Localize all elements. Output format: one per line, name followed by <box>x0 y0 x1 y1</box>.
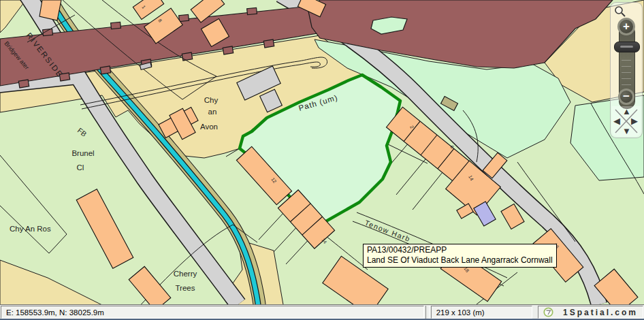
pan-down-arrow-icon[interactable]: ▼ <box>622 127 631 135</box>
zoom-out-button[interactable]: − <box>618 89 634 105</box>
cursor-coordinates: E: 158553.9m, N: 38025.9m <box>1 306 424 319</box>
feature-tooltip: PA13/00432/PREAPP Land SE Of Viaduct Bac… <box>363 244 557 268</box>
brand-area[interactable]: 1Spatial.com <box>538 306 643 319</box>
label-cherry-trees-2: Trees <box>176 284 195 292</box>
label-brunel-cl-2: Cl <box>77 163 84 172</box>
status-divider <box>425 306 430 319</box>
map-navigation-panel: + − ▲ ▼ ◀ ▶ <box>610 2 643 138</box>
label-chy-an-avon-2: an <box>208 108 217 116</box>
pan-right-arrow-icon[interactable]: ▶ <box>631 116 638 125</box>
label-chy-an-avon-3: Avon <box>200 123 218 131</box>
1spatial-logo-icon <box>543 307 553 317</box>
pan-control: ▲ ▼ ◀ ▶ <box>612 106 641 136</box>
status-bar: E: 158553.9m, N: 38025.9m 219 x 103 (m) … <box>0 304 644 319</box>
gis-application-window: { "map": { "street_labels": { "riverside… <box>0 0 644 320</box>
search-icon[interactable] <box>614 5 626 18</box>
map-extent: 219 x 103 (m) <box>431 306 532 319</box>
zoom-tick <box>622 84 631 85</box>
label-cherry-trees-1: Cherry <box>174 270 197 278</box>
tooltip-reference: PA13/00432/PREAPP <box>367 245 553 255</box>
label-brunel-cl-1: Brunel <box>71 149 94 157</box>
zoom-tick <box>622 66 631 67</box>
zoom-in-button[interactable]: + <box>617 18 635 35</box>
tooltip-description: Land SE Of Viaduct Back Lane Angarrack C… <box>367 255 553 266</box>
pan-left-arrow-icon[interactable]: ◀ <box>613 116 620 125</box>
pan-up-arrow-icon[interactable]: ▲ <box>622 107 631 116</box>
zoom-tick <box>622 72 631 73</box>
label-chy-an-ros: Chy An Ros <box>10 225 51 233</box>
brand-link[interactable]: 1Spatial.com <box>560 308 638 317</box>
zoom-tick <box>622 78 631 79</box>
label-chy-an-avon-1: Chy <box>204 96 219 104</box>
zoom-slider-handle[interactable] <box>614 42 640 52</box>
zoom-tick <box>622 60 631 61</box>
